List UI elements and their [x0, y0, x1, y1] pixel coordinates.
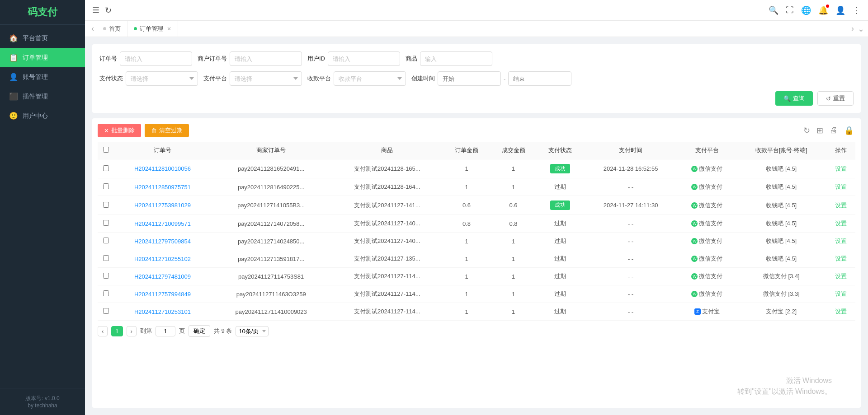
row-checkbox-cell	[98, 233, 114, 250]
notification-icon[interactable]: 🔔	[818, 5, 828, 15]
row-checkbox[interactable]	[103, 202, 109, 208]
status-badge-expired: 过期	[554, 272, 566, 280]
table-refresh-icon[interactable]: ↻	[802, 124, 811, 137]
order-no-input[interactable]	[120, 51, 192, 66]
row-deal-amount: 1	[490, 250, 537, 268]
order-no-link[interactable]: H2024112710253101	[134, 308, 191, 315]
accounts-icon: 👤	[9, 73, 18, 81]
table-lock-icon[interactable]: 🔒	[843, 124, 855, 137]
row-status: 过期	[537, 303, 584, 321]
sidebar-item-plugins[interactable]: ⬛ 插件管理	[0, 87, 85, 106]
tab-orders-close[interactable]: ✕	[167, 26, 171, 32]
row-amount: 0.8	[443, 215, 490, 233]
total-text: 共 9 条	[214, 327, 232, 335]
more-icon[interactable]: ⋮	[853, 5, 861, 15]
row-checkbox[interactable]	[103, 308, 109, 314]
next-page-btn[interactable]: ›	[127, 326, 137, 336]
row-deal-amount: 1	[490, 178, 537, 196]
select-all-checkbox[interactable]	[103, 147, 109, 153]
language-icon[interactable]: 🌐	[801, 5, 811, 15]
batch-delete-button[interactable]: ✕ 批量删除	[98, 124, 141, 137]
table-columns-icon[interactable]: ⊞	[815, 124, 825, 137]
order-no-link[interactable]: H2024112710255102	[134, 256, 191, 262]
sidebar-item-users[interactable]: 🙂 用户中心	[0, 106, 85, 126]
order-no-link[interactable]: H2024112753981029	[134, 202, 191, 209]
prev-page-btn[interactable]: ‹	[98, 326, 108, 336]
table-print-icon[interactable]: 🖨	[828, 124, 839, 137]
row-checkbox-cell	[98, 159, 114, 178]
sidebar-item-label: 平台首页	[23, 34, 48, 42]
user-id-input[interactable]	[328, 51, 400, 66]
order-no-link[interactable]: H2024112757994849	[134, 291, 191, 298]
th-checkbox	[98, 142, 114, 159]
row-action-set-link[interactable]: 设置	[835, 220, 847, 227]
tab-prev-btn[interactable]: ‹	[89, 24, 97, 33]
row-status: 过期	[537, 285, 584, 303]
sidebar-item-orders[interactable]: 📋 订单管理	[0, 48, 85, 67]
order-no-link[interactable]: H2024112797509854	[134, 238, 191, 245]
row-action-set-link[interactable]: 设置	[835, 202, 847, 209]
row-action-set-link[interactable]: 设置	[835, 255, 847, 262]
order-no-link[interactable]: H2024112850975751	[134, 184, 191, 191]
merchant-order-input[interactable]	[230, 51, 302, 66]
sidebar-nav: 🏠 平台首页 📋 订单管理 👤 账号管理 ⬛ 插件管理 🙂 用户中心	[0, 25, 85, 388]
row-checkbox[interactable]	[103, 220, 109, 226]
tab-expand-icon[interactable]: ⌄	[858, 24, 864, 34]
reset-button[interactable]: ↺ 重置	[817, 91, 854, 106]
row-action-set-link[interactable]: 设置	[835, 308, 847, 315]
row-checkbox[interactable]	[103, 273, 109, 279]
table-toolbar: ✕ 批量删除 🗑 清空过期 ↻ ⊞ 🖨 🔒	[98, 124, 855, 137]
tab-orders[interactable]: 订单管理 ✕	[127, 21, 178, 37]
row-amount: 1	[443, 178, 490, 196]
row-action: 设置	[826, 250, 855, 268]
order-no-link[interactable]: H2024112797481009	[134, 273, 191, 280]
row-amount: 1	[443, 303, 490, 321]
topbar-right: 🔍 ⛶ 🌐 🔔 👤 ⋮	[769, 5, 861, 15]
row-checkbox[interactable]	[103, 165, 109, 171]
fullscreen-icon[interactable]: ⛶	[786, 5, 794, 15]
row-merchant-order: pay2024112714072058...	[211, 215, 331, 233]
row-status: 过期	[537, 178, 584, 196]
collect-platform-select[interactable]: 收款平台	[334, 71, 406, 86]
pay-status-select[interactable]: 请选择 成功 过期	[126, 71, 198, 86]
order-no-link[interactable]: H2024112710099571	[134, 220, 191, 227]
page-1-btn[interactable]: 1	[111, 326, 123, 336]
tab-home[interactable]: 首页	[97, 21, 127, 37]
row-goods: 支付测试20241128-164...	[331, 178, 443, 196]
search-button[interactable]: 🔍 查询	[775, 91, 813, 106]
menu-icon[interactable]: ☰	[92, 5, 99, 15]
date-end-input[interactable]	[508, 71, 571, 86]
row-action-set-link[interactable]: 设置	[835, 183, 847, 190]
row-status: 过期	[537, 233, 584, 250]
wechat-icon: W	[691, 202, 698, 209]
row-checkbox[interactable]	[103, 183, 109, 189]
page-size-select[interactable]: 10条/页 20条/页 50条/页	[236, 326, 269, 336]
table-row: H2024112797481009pay20241127114753S81支付测…	[98, 268, 855, 285]
refresh-icon[interactable]: ↻	[105, 5, 112, 15]
user-icon[interactable]: 👤	[835, 5, 845, 15]
sidebar-item-accounts[interactable]: 👤 账号管理	[0, 67, 85, 87]
row-amount: 1	[443, 268, 490, 285]
clear-expired-button[interactable]: 🗑 清空过期	[145, 124, 189, 137]
row-amount: 1	[443, 250, 490, 268]
table-box: ✕ 批量删除 🗑 清空过期 ↻ ⊞ 🖨 🔒	[92, 118, 861, 408]
search-icon[interactable]: 🔍	[769, 5, 778, 15]
order-no-link[interactable]: H2024112810010056	[134, 165, 191, 172]
pay-platform-select[interactable]: 请选择 微信支付 支付宝	[230, 71, 302, 86]
date-start-input[interactable]	[438, 71, 501, 86]
goto-confirm-btn[interactable]: 确定	[189, 325, 210, 337]
plugins-icon: ⬛	[9, 92, 18, 101]
tab-forward-icon[interactable]: ›	[851, 24, 854, 33]
row-checkbox[interactable]	[103, 290, 109, 296]
row-checkbox[interactable]	[103, 255, 109, 261]
row-action-set-link[interactable]: 设置	[835, 165, 847, 172]
row-action-set-link[interactable]: 设置	[835, 238, 847, 244]
row-checkbox[interactable]	[103, 238, 109, 243]
reset-btn-label: 重置	[833, 94, 845, 103]
row-action-set-link[interactable]: 设置	[835, 273, 847, 280]
goods-input[interactable]	[420, 51, 492, 66]
sidebar-item-home[interactable]: 🏠 平台首页	[0, 28, 85, 48]
goto-page-input[interactable]	[156, 326, 175, 336]
row-action-set-link[interactable]: 设置	[835, 290, 847, 297]
row-goods: 支付测试20241127-114...	[331, 268, 443, 285]
